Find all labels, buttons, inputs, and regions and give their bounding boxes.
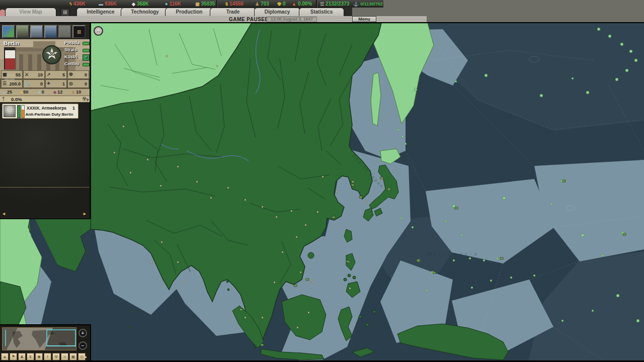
- air-units-button[interactable]: [30, 25, 43, 38]
- adjacent-province-kuestrin[interactable]: Küstri≈: [64, 54, 90, 61]
- unit-entry[interactable]: XXXIX. Armeekorps 1 Anti-Partisan Duty:B…: [2, 104, 78, 119]
- mapmode-terrain-button[interactable]: ▲: [1, 353, 9, 360]
- pan-map-button[interactable]: ↔: [94, 26, 103, 36]
- tab-trade[interactable]: Trade: [210, 8, 256, 16]
- resource-dissent: ▲0.00%: [292, 1, 312, 7]
- oil-icon: ●: [38, 90, 41, 95]
- anchor-icon: ⚓: [25, 81, 30, 86]
- airbase-icon: ✈: [47, 81, 51, 86]
- escort-icon: ⚓: [353, 2, 359, 7]
- oil-icon: ●: [165, 2, 168, 7]
- tab-edge-decoration: [0, 10, 5, 16]
- stat-land-fort: ⚔10: [23, 70, 45, 79]
- victory-points-badge: ★ 30: [42, 45, 61, 64]
- expand-arrow[interactable]: ▴: [85, 354, 87, 359]
- resource-money: $14550: [225, 1, 244, 7]
- stat-air-base: ✈1: [45, 79, 67, 88]
- radiation-icon: ☢: [82, 96, 87, 102]
- adjacent-province-cottbus[interactable]: Cottbu: [64, 61, 90, 68]
- mapmode-resources-button[interactable]: ◆: [35, 353, 43, 360]
- province-oil: ●0: [38, 89, 44, 95]
- menu-button[interactable]: Menu: [352, 16, 376, 22]
- dollar-icon: $: [29, 354, 31, 359]
- infrastructure-icon: ☰: [3, 81, 7, 86]
- manpower-icon: ♟: [255, 2, 259, 7]
- mapmode-economic-button[interactable]: $: [27, 353, 34, 360]
- province-resources: ▬25 ϟ50 ●0 ◆12 ♟10: [0, 88, 90, 96]
- mapmode-revolt-button[interactable]: †: [44, 353, 51, 360]
- minimap[interactable]: [2, 327, 76, 350]
- swords-icon: ⚔: [63, 354, 66, 359]
- buildings-button-disabled: [58, 25, 71, 38]
- mapmode-nuclear-button[interactable]: ☢: [52, 353, 60, 360]
- mapmode-political-button[interactable]: ⚑: [10, 353, 17, 360]
- province-panel: ▥ Berlin ☆: [0, 23, 91, 219]
- scroll-left-arrow[interactable]: ◄: [2, 211, 6, 216]
- resource-nukes: ☢0: [277, 1, 286, 7]
- unit-name: XXXIX. Armeekorps: [27, 106, 72, 111]
- rare-materials-icon: ◆: [132, 2, 135, 7]
- top-bar: ϟ436K ▬936K ◆368K ●116K ▦35035 $14550 ♟7…: [0, 0, 644, 23]
- radiation-icon: ☢: [54, 354, 58, 359]
- province-metal: ▬25: [2, 89, 12, 95]
- zoom-in-button[interactable]: +: [78, 329, 87, 337]
- resource-oil: ●116K: [165, 1, 181, 7]
- province-energy: ϟ50: [20, 89, 28, 95]
- fort-icon: ⚔: [25, 72, 29, 77]
- stat-infrastructure: ☰200.0: [1, 79, 23, 88]
- manpower-icon: ♟: [71, 90, 75, 95]
- europe-map-button[interactable]: [2, 25, 15, 38]
- scroll-right-arrow[interactable]: ►: [83, 211, 87, 216]
- stat-factories: ▦55: [1, 70, 23, 79]
- tab-production[interactable]: Production: [165, 8, 213, 16]
- knife-icon: †: [46, 354, 48, 359]
- naval-units-button[interactable]: [44, 25, 57, 38]
- stat-naval-base: ⚓0: [23, 79, 45, 88]
- land-connection-icon: [83, 49, 90, 52]
- zoom-out-button[interactable]: −: [78, 341, 87, 350]
- adjacent-province-stralsund[interactable]: Strals: [64, 47, 90, 54]
- stat-radar: ◎0: [67, 79, 89, 88]
- province-rares: ◆12: [53, 89, 62, 95]
- grid-icon: ⊞: [63, 9, 67, 15]
- tab-diplomacy[interactable]: Diplomacy: [254, 8, 300, 16]
- infra-icon: ▣: [71, 354, 75, 359]
- resource-manpower: ♟703: [255, 1, 269, 7]
- resource-rare-materials: ◆368K: [132, 1, 149, 7]
- land-connection-icon: [83, 42, 90, 45]
- tab-technology[interactable]: Technology: [121, 8, 169, 16]
- money-icon: $: [225, 2, 228, 7]
- tab-view-map[interactable]: View Map: [5, 8, 56, 16]
- resource-escorts: ⚓0/1130/702: [353, 1, 383, 7]
- divider: [216, 0, 218, 8]
- tab-statistics[interactable]: Statistics: [299, 8, 344, 16]
- resource-bar: ϟ436K ▬936K ◆368K ●116K ▦35035 $14550 ♟7…: [0, 0, 383, 8]
- resource-transports: ☰2132/2373: [320, 1, 349, 7]
- energy-icon: ϟ: [20, 90, 22, 95]
- province-manpower: ♟10: [71, 89, 81, 95]
- flag-icon: ⚑: [12, 354, 15, 359]
- counters-button[interactable]: ▥: [72, 25, 86, 38]
- land-units-button[interactable]: [16, 25, 29, 38]
- mapmode-infrastructure-button[interactable]: ▣: [69, 353, 77, 360]
- game-paused-label: GAME PAUSED: [229, 17, 269, 22]
- adjacent-province-potsdam[interactable]: Potsda: [64, 40, 90, 47]
- radiation-icon: ☢: [277, 2, 281, 7]
- tab-intelligence[interactable]: Intelligence: [76, 8, 125, 16]
- country-flag: [4, 47, 15, 69]
- world-map[interactable]: Sea of Japan Micronesia: [0, 0, 644, 362]
- resource-metal: ▬936K: [99, 1, 117, 7]
- convoy-icon: ☰: [320, 2, 324, 7]
- unit-list: XXXIX. Armeekorps 1 Anti-Partisan Duty:B…: [0, 103, 90, 218]
- resource-supplies: ▦35035: [195, 1, 215, 7]
- unit-division-count: 1: [72, 106, 75, 111]
- mapmode-combat-button[interactable]: ⚔: [61, 353, 68, 360]
- minimap-block: + − ▲ ⚑ ♟ $ ◆ † ☢ ⚔ ▣ ◎ ▴: [0, 324, 91, 360]
- mapmode-units-button[interactable]: ♟: [18, 353, 26, 360]
- general-portrait: [4, 105, 16, 117]
- terrain-icon: ▲: [3, 354, 7, 359]
- metal-icon: ▬: [99, 2, 103, 7]
- date-display[interactable]: 13:00 August 3, 1947: [267, 17, 317, 22]
- divider: [316, 0, 317, 8]
- rocket-icon: ↗: [47, 72, 51, 77]
